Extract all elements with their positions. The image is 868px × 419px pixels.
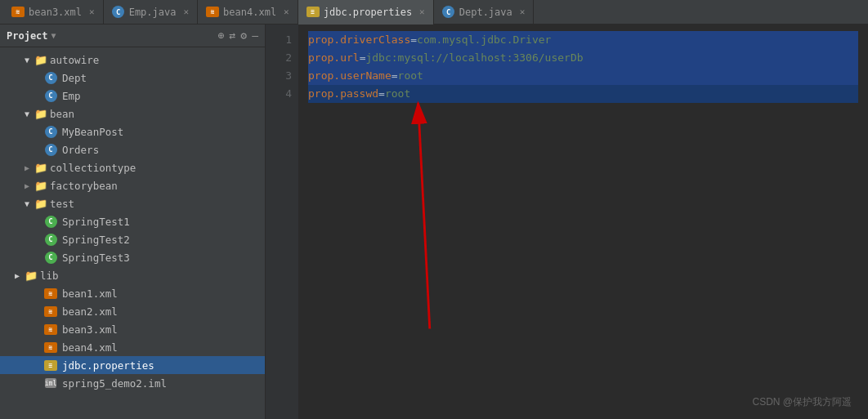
java-emp-icon: C bbox=[44, 89, 57, 102]
file-tree: ▼ 📁 autowire C Dept C Emp ▼ 📁 be bbox=[0, 47, 265, 395]
tab-bean3-label: bean3.xml bbox=[29, 7, 82, 18]
tab-emp[interactable]: C Emp.java ✕ bbox=[104, 0, 198, 25]
line-numbers: 1 2 3 4 bbox=[266, 25, 298, 419]
code-line-1: prop.driverClass=com.mysql.jdbc.Driver bbox=[308, 31, 858, 49]
sidebar-label-bean: bean bbox=[50, 108, 74, 120]
sidebar-label-orders: Orders bbox=[62, 144, 99, 156]
tab-dept-close[interactable]: ✕ bbox=[520, 7, 526, 17]
editor[interactable]: 1 2 3 4 prop.driverClass=com.mysql.jdbc.… bbox=[266, 25, 868, 419]
prop-jdbc-icon: ≡ bbox=[44, 359, 57, 372]
sidebar-item-bean3xml[interactable]: ≋ bean3.xml bbox=[0, 320, 265, 338]
sidebar-item-lib[interactable]: ▶ 📁 lib bbox=[0, 266, 265, 284]
tab-bean3[interactable]: ≋ bean3.xml ✕ bbox=[3, 0, 104, 25]
sidebar-title: Project ▼ bbox=[7, 30, 56, 42]
line-num-2: 2 bbox=[266, 49, 292, 67]
sidebar-label-bean1xml: bean1.xml bbox=[62, 288, 118, 300]
arrow-collectiontype: ▶ bbox=[22, 163, 32, 172]
sidebar-item-mybeanpost[interactable]: C MyBeanPost bbox=[0, 123, 265, 140]
editor-content: 1 2 3 4 prop.driverClass=com.mysql.jdbc.… bbox=[266, 25, 868, 419]
sync-icon[interactable]: ⊕ bbox=[218, 29, 225, 42]
arrow-autowire: ▼ bbox=[22, 56, 32, 65]
tab-bean4-close[interactable]: ✕ bbox=[284, 7, 289, 17]
sidebar-item-factorybean[interactable]: ▶ 📁 factorybean bbox=[0, 176, 265, 194]
minimize-icon[interactable]: — bbox=[252, 29, 258, 42]
java-springtest1-icon: C bbox=[44, 215, 57, 228]
sidebar-item-jdbcprop[interactable]: ≡ jdbc.properties bbox=[0, 356, 265, 374]
code-key-2: prop.url bbox=[308, 49, 360, 67]
java-mybeanpost-icon: C bbox=[44, 125, 57, 138]
sidebar-item-test[interactable]: ▼ 📁 test bbox=[0, 194, 265, 212]
sidebar-item-bean1xml[interactable]: ≋ bean1.xml bbox=[0, 284, 265, 302]
settings-icon[interactable]: ⚙ bbox=[240, 29, 247, 42]
folder-factorybean-icon: 📁 bbox=[34, 179, 47, 192]
code-key-3: prop.userName bbox=[308, 67, 391, 85]
sidebar-label-springtest3: SpringTest3 bbox=[62, 252, 130, 264]
sidebar-item-springtest3[interactable]: C SpringTest3 bbox=[0, 248, 265, 266]
folder-autowire-icon: 📁 bbox=[34, 53, 47, 66]
sidebar-item-bean[interactable]: ▼ 📁 bean bbox=[0, 105, 265, 123]
tab-bar: ≋ bean3.xml ✕ C Emp.java ✕ ≋ bean4.xml ✕… bbox=[0, 0, 868, 25]
xml-bean4-icon: ≋ bbox=[44, 341, 57, 354]
sidebar-item-orders[interactable]: C Orders bbox=[0, 140, 265, 158]
tab-jdbc-close[interactable]: ✕ bbox=[419, 7, 425, 17]
arrow-factorybean: ▶ bbox=[22, 181, 32, 190]
tab-bean4-label: bean4.xml bbox=[223, 7, 276, 18]
code-val-1: com.mysql.jdbc.Driver bbox=[417, 31, 551, 49]
java-dept-icon: C bbox=[44, 71, 57, 84]
java-springtest2-icon: C bbox=[44, 233, 57, 246]
folder-collectiontype-icon: 📁 bbox=[34, 161, 47, 174]
sidebar-label-dept: Dept bbox=[62, 72, 87, 84]
code-area[interactable]: prop.driverClass=com.mysql.jdbc.Driver p… bbox=[298, 25, 868, 419]
sidebar-item-spring5iml[interactable]: iml spring5_demo2.iml bbox=[0, 374, 265, 392]
tab-bean3-close[interactable]: ✕ bbox=[89, 7, 95, 17]
sidebar-title-label: Project bbox=[7, 30, 48, 42]
code-key-4: prop.passwd bbox=[308, 85, 378, 103]
code-val-3: root bbox=[398, 67, 423, 85]
line-num-4: 4 bbox=[266, 85, 292, 103]
arrow-bean: ▼ bbox=[22, 109, 32, 118]
sidebar-item-bean4xml[interactable]: ≋ bean4.xml bbox=[0, 338, 265, 356]
arrow-lib: ▶ bbox=[12, 271, 22, 280]
sidebar-item-collectiontype[interactable]: ▶ 📁 collectiontype bbox=[0, 158, 265, 176]
sidebar-item-bean2xml[interactable]: ≋ bean2.xml bbox=[0, 302, 265, 320]
sidebar-item-springtest2[interactable]: C SpringTest2 bbox=[0, 230, 265, 248]
collapse-icon[interactable]: ⇄ bbox=[230, 29, 236, 42]
sidebar-icons: ⊕ ⇄ ⚙ — bbox=[218, 29, 258, 42]
code-line-3: prop.userName=root bbox=[308, 67, 858, 85]
tab-jdbc[interactable]: ≡ jdbc.properties ✕ bbox=[298, 0, 434, 25]
sidebar-label-bean2xml: bean2.xml bbox=[62, 305, 118, 318]
tab-xml-icon: ≋ bbox=[11, 6, 25, 19]
code-key-1: prop.driverClass bbox=[308, 31, 410, 49]
java-springtest3-icon: C bbox=[44, 251, 57, 264]
sidebar-dropdown-icon[interactable]: ▼ bbox=[51, 31, 56, 40]
svg-line-1 bbox=[418, 103, 430, 328]
sidebar-item-dept[interactable]: C Dept bbox=[0, 69, 265, 87]
tab-dept-java-icon: C bbox=[442, 6, 455, 19]
xml-bean3-icon: ≋ bbox=[44, 323, 57, 336]
sidebar-label-emp: Emp bbox=[62, 90, 81, 102]
tab-dept[interactable]: C Dept.java ✕ bbox=[434, 0, 535, 25]
folder-lib-icon: 📁 bbox=[25, 269, 38, 282]
tab-jdbc-label: jdbc.properties bbox=[324, 7, 412, 18]
line-num-1: 1 bbox=[266, 31, 292, 49]
tab-prop-icon: ≡ bbox=[306, 6, 320, 19]
tab-emp-close[interactable]: ✕ bbox=[183, 7, 189, 17]
tab-bean4[interactable]: ≋ bean4.xml ✕ bbox=[198, 0, 298, 25]
sidebar-label-springtest2: SpringTest2 bbox=[62, 234, 130, 246]
code-line-4: prop.passwd=root bbox=[308, 85, 858, 103]
sidebar-label-spring5iml: spring5_demo2.iml bbox=[62, 377, 167, 390]
sidebar-label-autowire: autowire bbox=[50, 54, 99, 66]
sidebar-item-springtest1[interactable]: C SpringTest1 bbox=[0, 212, 265, 230]
sidebar-label-mybeanpost: MyBeanPost bbox=[62, 126, 123, 138]
tab-java-icon: C bbox=[112, 6, 125, 19]
tab-xml2-icon: ≋ bbox=[206, 6, 219, 19]
sidebar-label-collectiontype: collectiontype bbox=[50, 162, 136, 174]
sidebar-label-bean4xml: bean4.xml bbox=[62, 341, 118, 354]
sidebar-item-autowire[interactable]: ▼ 📁 autowire bbox=[0, 51, 265, 69]
sidebar-item-emp[interactable]: C Emp bbox=[0, 87, 265, 105]
code-val-4: root bbox=[385, 85, 410, 103]
tab-dept-label: Dept.java bbox=[459, 7, 512, 18]
watermark: CSDN @保护我方阿遥 bbox=[752, 395, 852, 409]
main-content: Project ▼ ⊕ ⇄ ⚙ — ▼ 📁 autowire C bbox=[0, 25, 868, 419]
sidebar-label-jdbcprop: jdbc.properties bbox=[62, 359, 154, 372]
